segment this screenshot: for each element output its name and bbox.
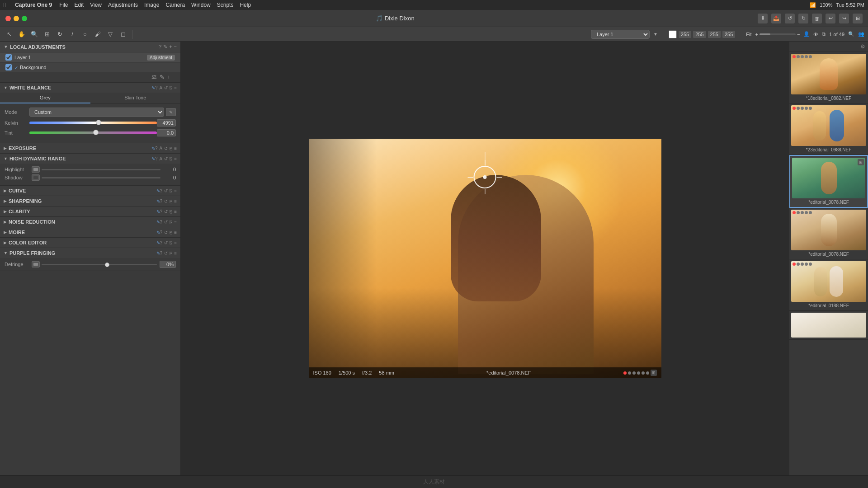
sharpening-header[interactable]: ▶ SHARPENING ✎ ? ↺ ⎘ ≡	[0, 196, 180, 206]
compare-icon[interactable]: ⧉	[822, 31, 826, 37]
noise-reduction-header[interactable]: ▶ NOISE REDUCTION ✎ ? ↺ ⎘ ≡	[0, 217, 180, 227]
delete-icon[interactable]: 🗑	[812, 14, 822, 23]
exposure-reset[interactable]: ↺	[164, 146, 168, 151]
curve-header[interactable]: ▶ CURVE ✎ ? ↺ ⎘ ≡	[0, 186, 180, 196]
tool-brush2[interactable]: ✎	[160, 74, 165, 80]
wb-auto[interactable]: A	[159, 85, 162, 90]
search-icon[interactable]: 🔍	[848, 31, 854, 37]
menu-scripts[interactable]: Scripts	[217, 2, 234, 8]
curve-help[interactable]: ?	[160, 188, 163, 193]
color-editor-header[interactable]: ▶ COLOR EDITOR ✎ ? ↺ ⎘ ≡	[0, 238, 180, 248]
fullscreen-icon[interactable]: ⊞	[853, 14, 863, 23]
thumbnail-6[interactable]	[789, 311, 868, 340]
apple-icon[interactable]: 	[4, 1, 6, 9]
wb-kelvin-value[interactable]: 4991	[157, 119, 176, 127]
hdr-shadow-slider[interactable]	[42, 177, 160, 178]
tool-balance[interactable]: ⚖	[151, 74, 157, 80]
clarity-menu[interactable]: ≡	[174, 209, 177, 214]
hdr-menu[interactable]: ≡	[174, 156, 177, 161]
wb-copy[interactable]: ⎘	[170, 85, 172, 90]
pf-defringe-value[interactable]: 0%	[160, 261, 176, 268]
wb-tab-grey[interactable]: Grey	[0, 93, 90, 103]
color-editor-copy[interactable]: ⎘	[170, 240, 172, 245]
pf-help[interactable]: ?	[160, 251, 163, 256]
moire-copy[interactable]: ⎘	[170, 230, 172, 235]
noise-menu[interactable]: ≡	[174, 220, 177, 225]
local-adj-add[interactable]: +	[169, 44, 172, 50]
background-check[interactable]	[5, 64, 12, 70]
minimize-button[interactable]	[14, 16, 19, 21]
clarity-header[interactable]: ▶ CLARITY ✎ ? ↺ ⎘ ≡	[0, 206, 180, 216]
moire-menu[interactable]: ≡	[174, 230, 177, 235]
wb-tab-skin[interactable]: Skin Tone	[90, 93, 181, 103]
zoom-out-icon[interactable]: −	[797, 32, 800, 37]
photo-expand-icon[interactable]: ⊞	[651, 370, 657, 376]
exposure-menu[interactable]: ≡	[174, 146, 177, 151]
thumbnail-4[interactable]: *editorial_0078.NEF	[789, 208, 868, 259]
select-tool[interactable]: ↖	[4, 29, 14, 40]
curve-copy[interactable]: ⎘	[170, 188, 172, 193]
clarity-reset[interactable]: ↺	[164, 209, 168, 214]
thumbnail-5[interactable]: *editorial_0188.NEF	[789, 259, 868, 311]
straighten-tool[interactable]: /	[67, 29, 78, 40]
sharpening-copy[interactable]: ⎘	[170, 199, 172, 204]
noise-copy[interactable]: ⎘	[170, 220, 172, 225]
rotate-tool[interactable]: ↻	[54, 29, 65, 40]
thumbnail-3[interactable]: ⊞ *editorial_0078.NEF	[789, 155, 868, 208]
exposure-header[interactable]: ▶ EXPOSURE ✎ ? A ↺ ⎘ ≡	[0, 143, 180, 153]
gradient-tool[interactable]: ▽	[105, 29, 116, 40]
wb-help[interactable]: ?	[155, 85, 158, 90]
pan-tool[interactable]: ✋	[16, 29, 27, 40]
eye-icon[interactable]: 👁	[813, 32, 818, 37]
color-editor-help[interactable]: ?	[160, 240, 163, 245]
menu-camera[interactable]: Camera	[165, 2, 185, 8]
curve-reset[interactable]: ↺	[164, 188, 168, 193]
menu-help[interactable]: Help	[240, 2, 251, 8]
hdr-auto[interactable]: A	[159, 156, 162, 161]
eraser-tool[interactable]: ◻	[118, 29, 128, 40]
zoom-tool[interactable]: 🔍	[29, 29, 40, 40]
color-picker-icon[interactable]	[669, 30, 677, 38]
pf-reset[interactable]: ↺	[164, 251, 168, 256]
clarity-help[interactable]: ?	[160, 209, 163, 214]
pf-menu[interactable]: ≡	[174, 251, 177, 256]
rotate-left-icon[interactable]: ↺	[785, 14, 795, 23]
color-editor-menu[interactable]: ≡	[174, 240, 177, 245]
circle-tool[interactable]: ○	[80, 29, 90, 40]
layer-dropdown[interactable]: Layer 1	[591, 30, 650, 39]
layer-1-item[interactable]: Layer 1 Adjustment	[0, 52, 180, 63]
layer-1-check[interactable]	[5, 54, 12, 61]
pf-defringe-slider[interactable]	[42, 264, 157, 265]
wb-menu[interactable]: ≡	[174, 85, 177, 90]
thumbnail-2[interactable]: *23editorial_0988.NEF	[789, 103, 868, 155]
exposure-help[interactable]: ?	[155, 146, 158, 151]
menu-adjustments[interactable]: Adjustments	[108, 2, 138, 8]
local-adj-help[interactable]: ?	[159, 44, 161, 50]
pf-defringe-thumb[interactable]	[105, 263, 109, 267]
close-button[interactable]	[5, 16, 11, 21]
menu-window[interactable]: Window	[191, 2, 211, 8]
sharpening-menu[interactable]: ≡	[174, 199, 177, 204]
pf-copy[interactable]: ⎘	[170, 251, 172, 256]
background-item[interactable]: ✓ Background	[0, 63, 180, 72]
exposure-copy[interactable]: ⎘	[170, 146, 172, 151]
noise-help[interactable]: ?	[160, 220, 163, 225]
hdr-reset[interactable]: ↺	[164, 156, 168, 161]
zoom-in-icon[interactable]: +	[755, 32, 758, 37]
wb-tint-thumb[interactable]	[93, 130, 99, 135]
menu-edit[interactable]: Edit	[75, 2, 84, 8]
wb-eyedropper[interactable]: ✎	[166, 108, 176, 116]
sharpening-reset[interactable]: ↺	[164, 199, 168, 204]
noise-reset[interactable]: ↺	[164, 220, 168, 225]
color-editor-reset[interactable]: ↺	[164, 240, 168, 245]
wb-kelvin-thumb[interactable]	[96, 120, 101, 125]
maximize-button[interactable]	[22, 16, 27, 21]
local-adjustments-header[interactable]: ▼ LOCAL ADJUSTMENTS ? ✎ + −	[0, 42, 180, 52]
local-adj-pencil[interactable]: ✎	[163, 44, 167, 50]
rotate-right-icon[interactable]: ↻	[798, 14, 808, 23]
thumbnail-1[interactable]: *18editorial_0882.NEF	[789, 52, 868, 103]
menu-image[interactable]: Image	[144, 2, 159, 8]
curve-menu[interactable]: ≡	[174, 188, 177, 193]
import-icon[interactable]: ⬇	[758, 14, 768, 23]
wb-mode-select[interactable]: Custom	[29, 108, 164, 117]
